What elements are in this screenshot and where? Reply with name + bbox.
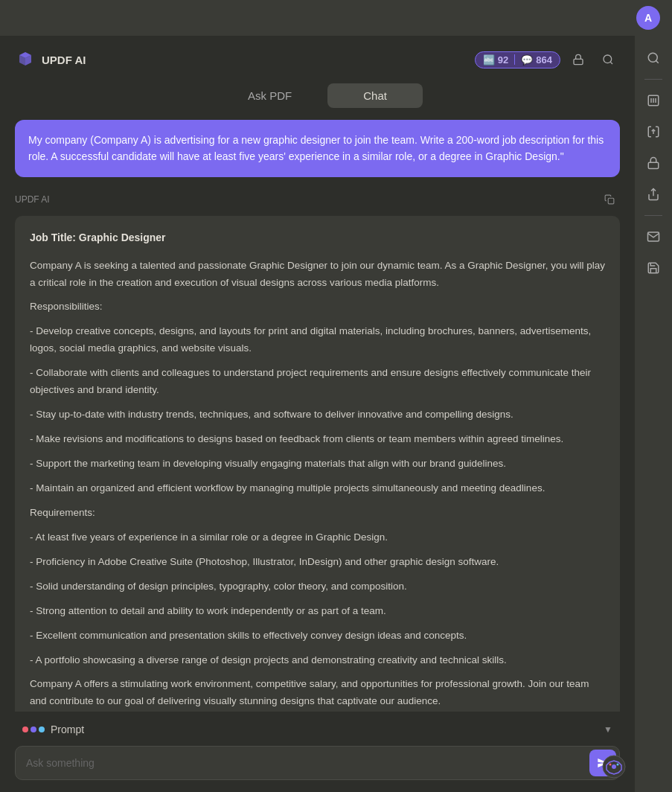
svg-rect-7 (648, 162, 659, 168)
convert-icon[interactable] (640, 118, 667, 145)
ai-response: UPDF AI Job Title: Graphic Designer Comp… (15, 189, 620, 712)
badge-text-count: 🔤 92 (483, 54, 508, 66)
top-bar: A (0, 0, 672, 36)
bottom-bar: Prompt ▼ (0, 712, 635, 792)
avatar: A (636, 6, 660, 30)
badge-divider (514, 54, 515, 65)
ai-closing: Company A offers a stimulating work envi… (30, 676, 605, 710)
svg-point-15 (609, 764, 612, 766)
svg-rect-9 (574, 59, 583, 64)
ask-input[interactable] (26, 751, 583, 775)
svg-point-0 (648, 53, 657, 62)
responsibility-item: - Make revisions and modifications to de… (30, 431, 605, 448)
messages-container: My company (Company A) is advertising fo… (0, 108, 635, 712)
responsibilities-list: - Develop creative concepts, designs, an… (30, 323, 605, 497)
text-count: 92 (498, 54, 508, 66)
share-icon[interactable] (640, 181, 667, 208)
badge-group[interactable]: 🔤 92 💬 864 (475, 51, 560, 68)
app-header: UPDF AI 🔤 92 💬 864 (0, 36, 635, 71)
prompt-label: Prompt (51, 724, 84, 735)
prompt-selector[interactable]: Prompt ▼ (15, 719, 620, 740)
mail-icon[interactable] (640, 223, 667, 250)
svg-line-1 (656, 60, 658, 63)
ocr-icon[interactable] (640, 87, 667, 114)
logo-icon (15, 49, 36, 70)
save-icon[interactable] (640, 255, 667, 281)
copy-button[interactable] (599, 189, 620, 210)
svg-point-16 (617, 764, 619, 766)
requirement-item: - Strong attention to detail and ability… (30, 603, 605, 620)
tab-chat[interactable]: Chat (327, 83, 423, 108)
requirement-item: - Proficiency in Adobe Creative Suite (P… (30, 554, 605, 571)
logo: UPDF AI (15, 49, 86, 70)
right-sidebar (635, 36, 672, 792)
main-content: UPDF AI 🔤 92 💬 864 Ask P (0, 36, 635, 792)
input-row (15, 746, 620, 780)
ai-label-row: UPDF AI (15, 189, 620, 210)
responsibility-item: - Collaborate with clients and colleague… (30, 365, 605, 399)
badge-chat-count: 💬 864 (521, 54, 552, 66)
requirement-item: - Solid understanding of design principl… (30, 578, 605, 595)
responsibility-item: - Maintain an organized and efficient wo… (30, 480, 605, 497)
tab-ask-pdf[interactable]: Ask PDF (212, 83, 327, 108)
dot-purple (31, 726, 36, 732)
ai-content: Job Title: Graphic Designer Company A is… (15, 216, 620, 712)
responsibility-item: - Support the marketing team in developi… (30, 456, 605, 473)
svg-rect-12 (608, 198, 614, 204)
logo-text: UPDF AI (42, 54, 86, 66)
responsibility-item: - Develop creative concepts, designs, an… (30, 323, 605, 357)
requirement-item: - Excellent communication and presentati… (30, 627, 605, 645)
responsibilities-header: Responsibilities: (30, 298, 605, 316)
dot-blue (39, 726, 45, 732)
lock-header-icon[interactable] (566, 48, 590, 71)
dot-red (22, 726, 28, 732)
chat-count: 864 (536, 54, 552, 66)
user-message: My company (Company A) is advertising fo… (15, 120, 620, 177)
search-header-icon[interactable] (596, 48, 620, 71)
requirement-item: - At least five years of experience in a… (30, 529, 605, 546)
text-icon: 🔤 (483, 54, 495, 66)
requirement-item: - A portfolio showcasing a diverse range… (30, 652, 605, 669)
lock-icon[interactable] (640, 150, 667, 176)
svg-line-11 (610, 62, 612, 64)
prompt-dots (22, 726, 45, 732)
ai-chat-icon[interactable] (601, 753, 627, 780)
sidebar-divider-1 (644, 79, 662, 80)
prompt-dropdown-icon: ▼ (604, 724, 612, 735)
responsibility-item: - Stay up-to-date with industry trends, … (30, 406, 605, 424)
ai-label-text: UPDF AI (15, 194, 50, 205)
search-icon[interactable] (640, 45, 667, 71)
header-right: 🔤 92 💬 864 (475, 48, 620, 71)
requirements-header: Requirements: (30, 505, 605, 522)
sidebar-divider-2 (644, 215, 662, 216)
ai-intro: Company A is seeking a talented and pass… (30, 258, 605, 292)
chat-bubble-icon: 💬 (521, 54, 533, 66)
requirements-list: - At least five years of experience in a… (30, 529, 605, 669)
svg-point-10 (604, 55, 612, 63)
svg-point-14 (612, 764, 616, 769)
tab-bar: Ask PDF Chat (0, 71, 635, 108)
job-title: Job Title: Graphic Designer (30, 229, 605, 247)
